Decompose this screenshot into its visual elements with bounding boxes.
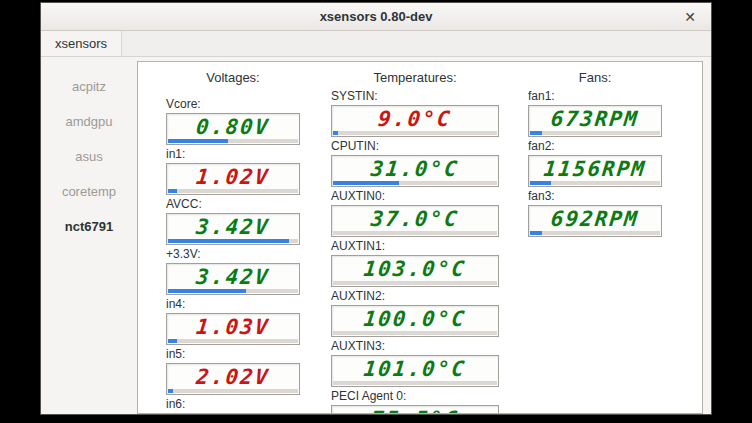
sensor-progressbar (333, 281, 497, 285)
lcd-display: 2.02V (166, 363, 300, 395)
sensor-label: in5: (166, 347, 300, 361)
sensor-systin: SYSTIN: 9.0°C (331, 89, 499, 137)
sensor-progressbar (333, 231, 497, 235)
sensor-cputin: CPUTIN: 31.0°C (331, 139, 499, 187)
lcd-display: 101.0°C (331, 355, 499, 387)
sensor-fan2: fan2: 1156RPM (528, 139, 662, 187)
lcd-display: 0.00V (166, 413, 300, 414)
sensor-label: AUXTIN0: (331, 189, 499, 203)
lcd-value: 9.0°C (331, 106, 500, 131)
sensor-label: Vcore: (166, 97, 300, 111)
lcd-value: 1156RPM (528, 156, 663, 181)
sensor-auxtin0: AUXTIN0: 37.0°C (331, 189, 499, 237)
sensor-fan1: fan1: 673RPM (528, 89, 662, 137)
lcd-display: 100.0°C (331, 305, 499, 337)
lcd-display: 3.42V (166, 213, 300, 245)
sensor-auxtin3: AUXTIN3: 101.0°C (331, 339, 499, 387)
lcd-display: 1.03V (166, 313, 300, 345)
sensor-label: fan2: (528, 139, 662, 153)
lcd-value: 673RPM (528, 106, 663, 131)
sensor-label: SYSTIN: (331, 89, 499, 103)
lcd-value: 101.0°C (331, 356, 500, 381)
tab-xsensors[interactable]: xsensors (41, 31, 122, 56)
sensor-in4: in4: 1.03V (166, 297, 300, 345)
temperatures-column: Temperatures: SYSTIN: 9.0°C CPUTIN: 31.0… (331, 70, 499, 414)
sensor-vcore: Vcore: 0.80V (166, 97, 300, 145)
sensor-progressbar (530, 131, 660, 135)
lcd-display: 75.5°C (331, 405, 499, 414)
sensor-label: fan3: (528, 189, 662, 203)
sensor-progressbar (530, 181, 660, 185)
sensor-in5: in5: 2.02V (166, 347, 300, 395)
window-title: xsensors 0.80-dev (41, 9, 711, 24)
lcd-value: 2.02V (166, 364, 301, 389)
lcd-display: 37.0°C (331, 205, 499, 237)
sensor-fan3: fan3: 692RPM (528, 189, 662, 237)
lcd-value: 31.0°C (331, 156, 500, 181)
sensor-label: in6: (166, 397, 300, 411)
sensor-progressbar (168, 289, 298, 293)
lcd-value: 1.02V (166, 164, 301, 189)
lcd-value: 692RPM (528, 206, 663, 231)
lcd-display: 1.02V (166, 163, 300, 195)
sensor-label: in4: (166, 297, 300, 311)
sensor-auxtin2: AUXTIN2: 100.0°C (331, 289, 499, 337)
lcd-display: 3.42V (166, 263, 300, 295)
content-area: acpitz amdgpu asus coretemp nct6791 Volt… (41, 57, 711, 414)
sensor-in6: in6: 0.00V (166, 397, 300, 414)
fans-header: Fans: (528, 70, 662, 85)
sidebar-item-amdgpu[interactable]: amdgpu (41, 104, 137, 139)
temperatures-header: Temperatures: (331, 70, 499, 85)
lcd-value: 3.42V (166, 214, 301, 239)
sensor-progressbar (168, 189, 298, 193)
lcd-display: 1156RPM (528, 155, 662, 187)
sensor-label: PECI Agent 0: (331, 389, 499, 403)
sensor-progressbar (333, 331, 497, 335)
sensor-progressbar (333, 181, 497, 185)
sensor-auxtin1: AUXTIN1: 103.0°C (331, 239, 499, 287)
app-window: xsensors 0.80-dev ✕ xsensors acpitz amdg… (40, 2, 712, 415)
sensor-label: AUXTIN1: (331, 239, 499, 253)
chip-sidebar: acpitz amdgpu asus coretemp nct6791 (41, 57, 137, 414)
lcd-value: 37.0°C (331, 206, 500, 231)
sensor-label: AUXTIN2: (331, 289, 499, 303)
lcd-value: 1.03V (166, 314, 301, 339)
sidebar-item-nct6791[interactable]: nct6791 (41, 209, 137, 244)
sensor-progressbar (168, 139, 298, 143)
sensor-progressbar (168, 389, 298, 393)
lcd-value: 100.0°C (331, 306, 500, 331)
close-icon[interactable]: ✕ (679, 3, 701, 30)
sensor-label: in1: (166, 147, 300, 161)
sidebar-item-coretemp[interactable]: coretemp (41, 174, 137, 209)
voltages-column: Voltages: Vcore: 0.80V in1: 1.02V (166, 70, 300, 414)
lcd-value: 103.0°C (331, 256, 500, 281)
sensor-label: fan1: (528, 89, 662, 103)
tab-bar: xsensors (41, 31, 711, 57)
sensor-label: CPUTIN: (331, 139, 499, 153)
sensor-progressbar (530, 231, 660, 235)
lcd-value: 0.80V (166, 114, 301, 139)
sidebar-item-asus[interactable]: asus (41, 139, 137, 174)
lcd-display: 9.0°C (331, 105, 499, 137)
voltages-header: Voltages: (166, 70, 300, 85)
sensor-label: +3.3V: (166, 247, 300, 261)
sensor-progressbar (333, 381, 497, 385)
sensor-progressbar (168, 339, 298, 343)
sensor-progressbar (333, 131, 497, 135)
lcd-value: 3.42V (166, 264, 301, 289)
lcd-display: 692RPM (528, 205, 662, 237)
sidebar-item-acpitz[interactable]: acpitz (41, 69, 137, 104)
sensors-panel: Voltages: Vcore: 0.80V in1: 1.02V (137, 61, 703, 414)
sensor-avcc: AVCC: 3.42V (166, 197, 300, 245)
lcd-display: 0.80V (166, 113, 300, 145)
lcd-display: 31.0°C (331, 155, 499, 187)
lcd-value: 75.5°C (331, 406, 500, 414)
sensor-peci-agent-0: PECI Agent 0: 75.5°C (331, 389, 499, 414)
lcd-display: 103.0°C (331, 255, 499, 287)
sensor-in1: in1: 1.02V (166, 147, 300, 195)
sensor-progressbar (168, 239, 298, 243)
lcd-display: 673RPM (528, 105, 662, 137)
fans-column: Fans: fan1: 673RPM fan2: 1156RPM (528, 70, 662, 239)
sensor-3v3: +3.3V: 3.42V (166, 247, 300, 295)
titlebar[interactable]: xsensors 0.80-dev ✕ (41, 3, 711, 31)
